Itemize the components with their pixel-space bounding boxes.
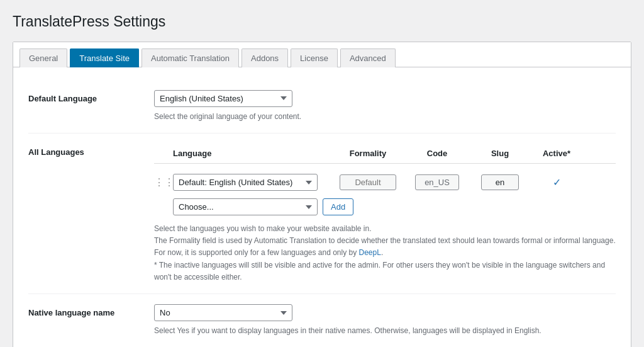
all-languages-row: All Languages Language Formality Code Sl… — [28, 134, 616, 294]
tab-addons[interactable]: Addons — [242, 48, 288, 67]
page-title: TranslatePress Settings — [13, 13, 631, 31]
nav-tabs: General Translate Site Automatic Transla… — [13, 42, 631, 67]
help-line-2-before: The Formality field is used by Automatic… — [154, 236, 616, 257]
deepl-link[interactable]: DeepL — [359, 248, 381, 257]
col-active-header: Active* — [531, 149, 582, 158]
all-languages-label: All Languages — [28, 144, 154, 157]
add-language-row: Choose... Add — [154, 198, 616, 215]
native-language-select[interactable]: No — [154, 304, 292, 321]
slug-input[interactable] — [481, 174, 519, 190]
default-language-row: Default Language English (United States)… — [28, 80, 616, 134]
tab-automatic-translation[interactable]: Automatic Translation — [142, 48, 239, 67]
lang-table-header: Language Formality Code Slug Active* — [154, 144, 616, 164]
native-language-row: Native language name No Select Yes if yo… — [28, 294, 616, 347]
default-language-label: Default Language — [28, 90, 154, 103]
all-languages-help: Select the languages you wish to make yo… — [154, 223, 616, 283]
native-language-label: Native language name — [28, 304, 154, 317]
default-language-select[interactable]: English (United States) — [154, 90, 292, 107]
tab-general[interactable]: General — [19, 48, 67, 67]
add-language-button[interactable]: Add — [323, 198, 353, 215]
tab-license[interactable]: License — [291, 48, 338, 67]
col-formality-header: Formality — [330, 149, 406, 158]
help-line-1: Select the languages you wish to make yo… — [154, 224, 372, 233]
code-input — [415, 174, 459, 190]
settings-content: Default Language English (United States)… — [13, 67, 631, 347]
settings-card: General Translate Site Automatic Transla… — [13, 42, 631, 347]
language-select[interactable]: Default: English (United States) — [173, 174, 318, 191]
drag-handle-icon[interactable]: ⋮⋮ — [154, 176, 173, 188]
tab-translate-site[interactable]: Translate Site — [70, 48, 139, 67]
help-line-3: * The inactive languages will still be v… — [154, 261, 605, 282]
choose-language-select[interactable]: Choose... — [173, 198, 318, 215]
col-code-header: Code — [406, 149, 469, 158]
native-language-control: No Select Yes if you want to display lan… — [154, 304, 616, 337]
all-languages-control: Language Formality Code Slug Active* ⋮⋮ … — [154, 144, 616, 283]
active-checkmark-icon: ✓ — [553, 177, 561, 188]
table-row: ⋮⋮ Default: English (United States) — [154, 170, 616, 195]
col-slug-header: Slug — [469, 149, 531, 158]
default-language-help: Select the original language of your con… — [154, 111, 616, 123]
col-language-header: Language — [173, 149, 330, 158]
help-line-2-after: . — [381, 248, 383, 257]
native-language-help: Select Yes if you want to display langua… — [154, 325, 616, 337]
tab-advanced[interactable]: Advanced — [340, 48, 396, 67]
default-language-control: English (United States) Select the origi… — [154, 90, 616, 123]
formality-input — [340, 174, 396, 190]
